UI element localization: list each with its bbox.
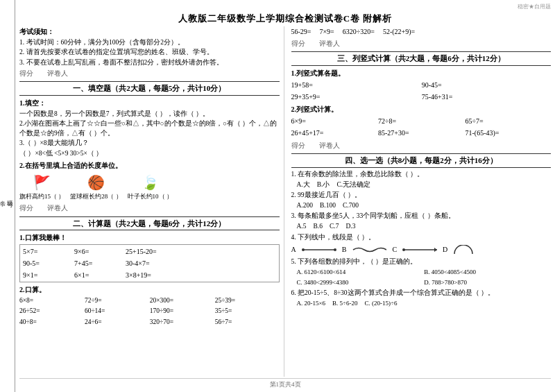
score-line-3: 得分 评卷人 bbox=[291, 39, 552, 49]
q1-opt-a: A.大 bbox=[297, 180, 310, 190]
calc-item-9: 3×8+19= bbox=[126, 270, 188, 280]
choice-q6: 6. 把20-15÷5、8÷30这两个算式合并成一个综合算式正确的是（ ）。 bbox=[291, 288, 552, 298]
choice-q6-options: A. 20-15×6 B. 5÷6-20 C. (20-15)÷6 bbox=[297, 298, 552, 308]
s1-q1-title: 1.填空： bbox=[19, 98, 280, 108]
q6-opt-c: C. (20-15)÷6 bbox=[365, 298, 398, 308]
s3-items2: 6×9= 72÷8= 65÷7= 26+45+17= 85-27+30= 71-… bbox=[291, 116, 552, 138]
rt-math-1: 56-29= bbox=[291, 26, 311, 37]
s2-q1-title: 1.口算我最棒！ bbox=[19, 232, 280, 243]
calc-box: 5×7= 9×6= 25+15-20= 90-5= 7+45= 30-4×7= … bbox=[19, 244, 280, 282]
grade-label: 级号 bbox=[6, 195, 15, 198]
binding-margin: 级号 学名 班级 装订线 学校 多张(附解) bbox=[0, 0, 15, 392]
notice-item-3: 3. 不要在试卷上乱写乱画，卷面不整洁扣2分，密封线外请勿作答。 bbox=[19, 58, 280, 67]
s2-q2-title: 2.口算。 bbox=[19, 284, 280, 295]
section1-title: 一、填空题（共2大题，每题5分，共计10分） bbox=[19, 81, 280, 96]
choice-q3: 3. 每条船最多坐5人，33个同学划船，应租（ ）条船。 bbox=[291, 211, 552, 221]
oral-10: 24÷6= bbox=[85, 317, 149, 327]
calc-item-5: 7+45= bbox=[74, 258, 123, 269]
choice-q1: 1. 在有余数的除法里，余数总比除数（ ）。 bbox=[291, 169, 552, 180]
svg-point-2 bbox=[334, 248, 336, 251]
line-a-label: A bbox=[291, 244, 296, 255]
choice-q2: 2. 99最接近几百（ ）。 bbox=[291, 190, 552, 201]
s3-j4: 26+45+17= bbox=[291, 128, 377, 138]
rt-math-2: 7×9= bbox=[319, 26, 334, 37]
evaluator-label2: 评卷人 bbox=[47, 203, 68, 213]
calc-item-6: 30-4×7= bbox=[126, 258, 188, 269]
oral-12: 56÷7= bbox=[215, 317, 280, 327]
q1-opt-b: B.小 bbox=[317, 180, 330, 190]
exam-page: 级号 学名 班级 装订线 学校 多张(附解) 稳密★自用题 人教版二年级数学上学… bbox=[0, 0, 555, 392]
s3-q2-title: 2.列竖式计算。 bbox=[291, 104, 552, 114]
s3-j3: 65÷7= bbox=[466, 116, 552, 126]
q3-opt-d: D.3 bbox=[345, 221, 355, 232]
s3-q1-title: 1.列竖式算各题。 bbox=[291, 68, 552, 78]
score-line-1: 得分 评卷人 bbox=[19, 69, 280, 78]
flag-label: 旗杆高约15（ ） bbox=[19, 192, 65, 202]
right-column: 56-29= 7×9= 6320÷320= 52-(22+9)= 得分 评卷人 … bbox=[289, 26, 552, 377]
section4-title: 四、选一选（共8小题，每题2分，共计16分） bbox=[291, 153, 552, 168]
rt-math-4: 52-(22+9)= bbox=[383, 26, 415, 37]
choice-q1-options: A.大 B.小 C.无法确定 bbox=[297, 180, 552, 190]
q1-opt-c: C.无法确定 bbox=[336, 180, 370, 190]
q3-opt-a: A.5 bbox=[297, 221, 307, 232]
score-line-2: 得分 评卷人 bbox=[19, 203, 280, 213]
flag-item: 🚩 旗杆高约15（ ） bbox=[19, 173, 65, 202]
leaf-item: 🍃 叶子长约10（ ） bbox=[128, 173, 173, 202]
oral-2: 72÷9= bbox=[85, 296, 149, 305]
score-label4: 得分 bbox=[291, 141, 305, 151]
line-a-svg bbox=[302, 245, 336, 255]
score-label: 得分 bbox=[19, 69, 33, 78]
calc-item-1: 5×7= bbox=[23, 246, 71, 257]
calc-row2: 90-5= 7+45= 30-4×7= bbox=[23, 258, 276, 269]
s3-items1: 19+58= 90-45= 29+35+9= 75-46+31= bbox=[291, 80, 552, 102]
score-label2: 得分 bbox=[19, 203, 33, 213]
line-c-svg bbox=[402, 245, 437, 255]
score-line-4: 得分 评卷人 bbox=[291, 141, 552, 151]
line-d-svg bbox=[453, 245, 474, 255]
svg-marker-5 bbox=[434, 248, 437, 252]
s1-q1d: （ ）×8<低 <5×9 30>5×（ ） bbox=[19, 148, 280, 158]
s3-i2: 90-45= bbox=[422, 80, 551, 90]
choice-q5-options: A. 6120<6100<614 B. 4050<4085<4500 C. 34… bbox=[297, 267, 552, 288]
leaf-label: 叶子长约10（ ） bbox=[128, 192, 173, 202]
section2-title: 二、计算题（共2大题，每题6分，共计12分） bbox=[19, 216, 280, 231]
choice-q5: 5. 下列各组数的排列中，（ ）是正确的。 bbox=[291, 257, 552, 267]
evaluator-label3: 评卷人 bbox=[319, 39, 340, 49]
oral-8: 35÷5= bbox=[215, 306, 280, 316]
line-d-label: D bbox=[443, 244, 447, 255]
line-c-label: C bbox=[392, 244, 397, 255]
content-split: 考试须知： 1. 考试时间：60分钟，满分为100分（含每部分2分）。 2. 请… bbox=[19, 26, 551, 377]
calc-item-3: 25+15-20= bbox=[126, 246, 188, 257]
notice-item-1: 1. 考试时间：60分钟，满分为100分（含每部分2分）。 bbox=[19, 37, 280, 47]
images-row: 🚩 旗杆高约15（ ） 🏀 篮球框长约28（ ） 🍃 叶子长约10（ ） bbox=[19, 173, 280, 202]
choice-section: 1. 在有余数的除法里，余数总比除数（ ）。 A.大 B.小 C.无法确定 2.… bbox=[291, 169, 552, 309]
q5-opt-b: B. 4050<4085<4500 bbox=[424, 267, 551, 277]
s3-j5: 85-27+30= bbox=[378, 128, 464, 138]
notice-title: 考试须知： bbox=[19, 26, 280, 37]
s1-q1c: 3.（ ）×8最大能填几？ bbox=[19, 138, 280, 148]
s1-q2-title: 2.在括号里填上合适的长度单位。 bbox=[19, 160, 280, 171]
evaluator-label: 评卷人 bbox=[47, 69, 68, 78]
s3-j2: 72÷8= bbox=[378, 116, 464, 126]
s3-j1: 6×9= bbox=[291, 116, 377, 126]
exam-title: 人教版二年级数学上学期综合检测试卷C卷 附解析 bbox=[19, 12, 551, 25]
notice-item-2: 2. 请首先按要求在试卷的指定位置填写您的姓名、班级、学号。 bbox=[19, 47, 280, 57]
q3-opt-c: C.7 bbox=[330, 221, 339, 232]
q6-opt-a: A. 20-15×6 bbox=[297, 298, 326, 308]
s3-j6: 71-(65-43)= bbox=[466, 128, 552, 138]
line-segment-choices: A B C bbox=[291, 244, 552, 255]
s1-q1b: 2.小湖在图画本上画了☆☆白一些○和△，其中○的个数是☆的8倍，○有（ ）个，△… bbox=[19, 119, 280, 139]
oral-3: 20×300= bbox=[150, 296, 214, 305]
page-number: 第1页共4页 bbox=[19, 378, 551, 389]
flag-icon: 🚩 bbox=[31, 173, 53, 192]
oral-9: 40÷8= bbox=[19, 317, 84, 327]
choice-q3-options: A.5 B.6 C.7 D.3 bbox=[297, 221, 552, 232]
calc-item-7: 9×1= bbox=[23, 270, 71, 280]
s3-i3: 29+35+9= bbox=[291, 92, 420, 102]
oral-calc-grid: 6×8= 72÷9= 20×300= 25÷39= 26÷52= 60÷14= … bbox=[19, 296, 280, 327]
calc-row1: 5×7= 9×6= 25+15-20= bbox=[23, 246, 276, 257]
oral-4: 25÷39= bbox=[215, 296, 280, 305]
q5-opt-a: A. 6120<6100<614 bbox=[297, 267, 424, 277]
oral-7: 170÷90= bbox=[150, 306, 214, 316]
q2-opt-b: B.100 bbox=[320, 201, 336, 211]
